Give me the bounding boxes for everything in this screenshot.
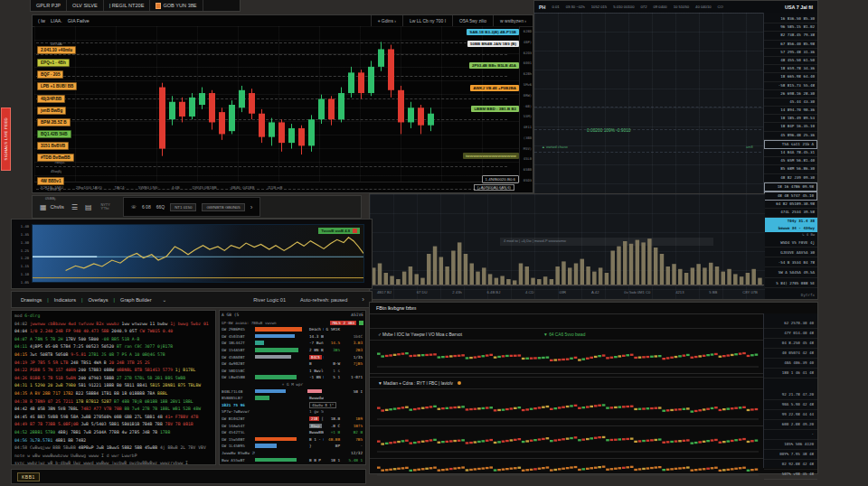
price-label-chip-0[interactable]: SAB.1E B3-2jB) 4B-P15B xyxy=(467,29,519,35)
toolbar-button-1[interactable]: OLV SILVE xyxy=(67,0,104,11)
strip-header-right[interactable]: ▼ 64 CA6 5vvo bwad xyxy=(543,332,585,337)
order-chip-5[interactable]: jvnB BwBg xyxy=(37,107,66,115)
ladder-row-24[interactable]: T04y 31.4 38 xyxy=(764,218,817,225)
account-tag[interactable]: KBB1 xyxy=(17,472,40,481)
ladder-row-17[interactable]: 45 65M 56.81.40 xyxy=(764,157,817,165)
order-chip-1[interactable]: EPQ+1 · 4Bh xyxy=(37,59,70,67)
price-label-chip-1[interactable]: 50BB BN4B JAN 1B9 (B) xyxy=(467,41,519,47)
candlestick-chart-area[interactable]: 2.041.10 +40mluEPQ+1 · 4BhBQF · 205LPB +… xyxy=(34,26,520,182)
orderflow-row-20[interactable]: 57Bwww5wBB1 BT2B 0 xyxy=(222,463,363,465)
strip-price-4[interactable]: 40A 406.39 40 xyxy=(764,359,817,369)
charts-button[interactable]: Chvlis xyxy=(51,204,64,210)
order-chip-3[interactable]: LPB +1 BUB! BB xyxy=(37,82,77,90)
strip-price-1[interactable]: 47Y 014.40 48 xyxy=(764,329,817,339)
strip-price-3[interactable]: 40 05074 42 48 xyxy=(764,349,817,359)
orderflow-row-10[interactable]: B5BAN5LB7Bwwwdwwwwvb 1 xyxy=(222,395,363,402)
grid-view-icon[interactable]: ▦ xyxy=(40,203,47,211)
orderflow-row-11[interactable]: 1B21 75 964bw0w B 1°'B'1 B73 xyxy=(222,402,363,409)
price-label-chip-4[interactable]: LBBM BBD : 3B1.B B3 xyxy=(471,106,519,112)
ladder-row-5[interactable]: 48 455.50 61.50 xyxy=(764,57,817,65)
orderflow-row-5[interactable]: GW 4w902BTBB-W7jB5 xyxy=(222,360,363,368)
menu-item-drawings[interactable]: Drawings xyxy=(19,297,43,303)
refresh-status[interactable]: Auto-refresh: paused xyxy=(300,297,347,303)
ladder-row-23[interactable]: 474L 2534 39.58 xyxy=(764,209,817,217)
ladder-row-32[interactable]: Dytrfx xyxy=(764,292,817,299)
chart-tab-3[interactable]: w wstbyzen › xyxy=(493,15,533,26)
orderflow-row-2[interactable]: GW 1BL442T-7 Bun 00413 A B14.53.B3 xyxy=(222,340,363,347)
toolbar-button-2[interactable]: | REGIL NT20E xyxy=(104,0,151,11)
expand-chevron[interactable]: › xyxy=(250,203,253,211)
orderflow-row-12[interactable]: 5P7w-7wBwvwr1 gw 5wB wB xyxy=(222,408,363,416)
line-chart-plot[interactable]: TwvwB wwB 4.8 xyxy=(32,224,364,283)
ladder-row-31[interactable]: 5 84) 2705 0B8 5E xyxy=(764,280,817,288)
preset-button-2[interactable]: GWNBTB GB0N05 xyxy=(202,203,244,211)
list-view-icon[interactable]: ☰ xyxy=(71,203,78,211)
ladder-row-14[interactable]: 45 896.4B 25.36 xyxy=(764,132,817,140)
ladder-row-18[interactable]: 85 68M 56.86.30 xyxy=(764,165,817,173)
ladder-row-6[interactable]: 18 659.78 34.36 xyxy=(764,65,817,73)
orderflow-row-19[interactable]: Bww A55wBTB B P1B 15.4B 1 xyxy=(222,456,363,463)
orderflow-row-9[interactable]: B4BL71L4Bx1.B5B I xyxy=(222,388,363,395)
strip-price-b-6[interactable]: 00Y% 7.95 38 48 xyxy=(764,450,817,460)
strip-price-b-1[interactable]: 90A 5.90 42 48 xyxy=(764,400,817,410)
strip-price-b-7[interactable]: 02 92.08 42 48 xyxy=(764,460,817,470)
orderflow-row-17[interactable]: GW 1L45B95}BP- xyxy=(222,443,363,450)
ladder-row-13[interactable]: 18 84P 16.35.10 xyxy=(764,123,817,131)
order-chip-9[interactable]: #TDB BvBwBB xyxy=(37,154,74,162)
strip-price-b-5[interactable]: 105% 506 A120 xyxy=(764,440,817,450)
ladder-row-21[interactable]: 48 48 5747 45.10 xyxy=(764,192,817,201)
strip-price-5[interactable]: 180 1 46 41 48 xyxy=(764,369,817,379)
menu-item-overlays[interactable]: Overlays xyxy=(87,297,110,303)
ladder-row-9[interactable]: 26 698.16 28.30 xyxy=(764,90,817,98)
strip-price-b-0[interactable]: 92 21.78 47.20 xyxy=(764,390,817,400)
ladder-row-20[interactable]: 18 16 47B6 09.98 xyxy=(764,182,817,192)
orderflow-row-0[interactable]: GW 29B6M45Deach Bánad vwrtBG 5R1K xyxy=(222,326,363,333)
ladder-row-0[interactable]: 16 836.50 85.30 xyxy=(764,15,817,23)
depth-symbol[interactable]: PH xyxy=(539,5,546,10)
ladder-row-2[interactable]: 82 738.45 79.38 xyxy=(764,32,817,40)
order-chip-8[interactable]: 3151 BvBVB xyxy=(37,142,69,150)
orderflow-row-18[interactable]: JwwwBw B5wBw 29B5 BwL 4 112/32 xyxy=(222,450,363,457)
strip-price-2[interactable]: 04 8.250 45 48 xyxy=(764,339,817,349)
orderflow-row-1[interactable]: GW 45035BT14.3 BPL 14bw B 1°1b4C xyxy=(222,333,363,341)
strip-price-b-2[interactable]: 99 22.98 44 44 xyxy=(764,410,817,420)
order-chip-6[interactable]: BPM 2B.5Z B xyxy=(37,118,71,126)
toolbar-button-0[interactable]: GPLR PJP xyxy=(31,0,67,11)
phone-icon[interactable]: ☏ xyxy=(131,204,137,210)
order-chip-4[interactable]: 40j3/4P.BB xyxy=(37,95,65,103)
price-label-chip-3[interactable]: AWKJ VB 4E +P0B2BA xyxy=(470,85,519,91)
ladder-row-28[interactable]: GJEUVE AAV5A 30 xyxy=(764,249,817,257)
ladder-row-4[interactable]: 57 295.48 31.36 xyxy=(764,49,817,57)
ladder-row-27[interactable]: W5D4 V5 F0VE 4j xyxy=(764,239,817,248)
strip-header-left[interactable]: ♂ Mvbe I IOC lw Ywepw I VO Moa c Bwrvot xyxy=(378,332,462,337)
ladder-row-25[interactable]: bmwwm 34 - 434wy xyxy=(764,225,817,232)
menu-chevron[interactable]: › xyxy=(362,295,364,304)
ladder-row-3[interactable]: 67 856.40 85.98 xyxy=(764,41,817,49)
chart-tab-0[interactable]: ⌖ Gdins › xyxy=(371,15,402,26)
ladder-row-12[interactable]: 18 185.49 89.53 xyxy=(764,115,817,123)
orderflow-row-16[interactable]: GW 15w50BTB 1 - G# Bbv 5BwB4B.BB7B5 xyxy=(222,436,363,444)
strip-price-b-4[interactable]: · xyxy=(764,430,817,440)
orderflow-row-7[interactable]: GW LBw45BB-1 BN DIB45 G B5 11-071 xyxy=(222,374,363,381)
menu-item-graph-builder[interactable]: Graph Builder xyxy=(118,297,154,303)
strip-price-b-8[interactable]: 50T% v98 35 48 xyxy=(764,470,817,480)
ladder-row-30[interactable]: 5W A 5A45A 49.5A xyxy=(764,269,817,277)
orderflow-row-3[interactable]: GW 154A5BT2 BN BjB 10 W B +3B52B3 xyxy=(222,347,363,354)
timeframe-label[interactable]: ( lw xyxy=(38,18,45,23)
menu-item-indicators[interactable]: Indicators xyxy=(52,297,78,303)
ladder-row-11[interactable]: 14 894.70 90.36 xyxy=(764,107,817,115)
ladder-row-16[interactable]: 14 B4A 78.45.31 xyxy=(764,149,817,157)
side-ribbon-tab[interactable]: SIGNALS LIVE FEED xyxy=(1,107,11,171)
price-label-chip-6[interactable]: 1.4N/B0020.B0.6 xyxy=(482,175,519,183)
ladder-row-7[interactable]: 18 665.98 64.40 xyxy=(764,73,817,81)
strip-header-left[interactable]: ▼ Madian + Cdna : RYT I FBC | laviolv xyxy=(378,381,453,386)
ladder-row-29[interactable]: -54 B 3534 B4 78 xyxy=(764,259,817,267)
ladder-row-19[interactable]: 48 82 J39 09.30 xyxy=(764,174,817,182)
chart-tab-1[interactable]: Lw LL Cb ny 700 I xyxy=(402,15,452,26)
strip-price-0[interactable]: 62 2570.30 40 xyxy=(764,319,817,329)
orderflow-row-14[interactable]: GW 14Aw54TBbwp1 BjwwwB 4vl G.B C1B?5 xyxy=(222,422,363,429)
ladder-row-8[interactable]: -58 815.73 55.48 xyxy=(764,82,817,90)
preset-button-1[interactable]: NT1 0150 xyxy=(170,203,196,211)
ladder-row-22[interactable]: 64 82 05109.30.98 xyxy=(764,201,817,209)
toolbar-button-3[interactable]: GOB YUN 38E xyxy=(150,0,203,11)
